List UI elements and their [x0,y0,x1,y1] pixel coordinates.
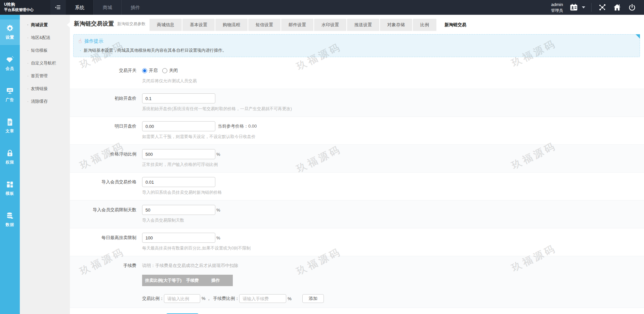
percent-suffix: % [288,296,292,301]
tab-ratio[interactable]: 比例 [413,19,436,31]
document-icon [6,118,14,126]
tip-title: 操作提示 [84,38,103,44]
bullet: · [27,35,29,40]
radio-on[interactable] [142,68,147,73]
sidebar-item-data[interactable]: 数据 [0,207,20,232]
secondary-sidebar: ·商城设置 ·地区&配送 ·短信模板 ·自定义导航栏 ·首页管理 ·友情链接 ·… [20,15,70,314]
diamond-icon [6,55,14,64]
radio-off[interactable] [162,68,167,73]
current-user: admin 管理员 [551,2,563,13]
radio-option-on[interactable]: 开启 [142,68,158,74]
submenu-item-region-delivery[interactable]: ·地区&配送 [20,31,70,44]
percent-suffix: % [216,152,220,157]
percent-suffix: % [216,208,220,213]
field-helper: 导入的旧系统会员挂卖交易时新淘链的价格 [142,190,644,195]
daily-max-sell-limit-input[interactable] [142,233,215,243]
page-title: 新淘链交易设置 [74,20,114,28]
field-helper: 正常挂卖时，用户输入价格的可浮动比例 [142,162,644,168]
form-row-trade-switch: 交易开关 开启 关闭 关闭后将仅允许测试人员交易 [70,61,644,89]
home-icon[interactable] [612,2,622,12]
sidebar-item-permissions[interactable]: 权限 [0,144,20,170]
tab-basic-settings[interactable]: 基本设置 [182,19,215,31]
percent-suffix: % [216,235,220,240]
radio-label: 开启 [149,68,158,74]
topbar-right: admin 管理员 [551,0,644,15]
topnav-item-mall[interactable]: 商城 [93,0,121,15]
svg-text:AD: AD [8,89,12,92]
share-nodes-icon[interactable] [597,2,607,12]
topnav-item-plugin[interactable]: 插件 [121,0,149,15]
form-row-import-member-limit-days: 导入会员交易限制天数 % 导入会员交易限制天数 [70,200,644,228]
field-helper: 导入会员交易限制天数 [142,218,644,223]
field-label: 价格浮动比例 [70,149,142,168]
topnav-item-system[interactable]: 系统 [66,0,93,15]
fee-ratio-label: 交易比例： [142,296,164,302]
submenu-item-clear-cache[interactable]: ·清除缓存 [20,95,70,108]
submenu-item-label: 短信模板 [31,48,48,53]
tab-sms-settings[interactable]: 短信设置 [248,19,281,31]
admin-app: U抢购 平台系统管理中心 系统 商城 插件 admin 管理员 [0,0,644,314]
fee-rate-input[interactable] [239,294,286,303]
tab-xintaolian-trade[interactable]: 新淘链交易 [437,19,474,31]
field-label: 导入会员交易限制天数 [70,205,142,223]
field-label: 导入会员交易价格 [70,177,142,195]
bullet: · [27,86,29,91]
settings-tabs: 商城信息 基本设置 购物流程 短信设置 邮件设置 水印设置 推送设置 对象存储 … [149,19,474,31]
submenu-item-label: 首页管理 [31,74,48,78]
bullet: · [27,48,29,53]
form-row-daily-max-sell-limit: 每日最高挂卖限制 % 每天最高挂卖持有数量的百分比,如果不设置或为0则不限制 [70,228,644,256]
sidebar-item-settings[interactable]: 设置 [0,19,20,45]
user-name: admin [551,2,563,8]
main-content: 新淘链交易设置 新淘链交易参数 商城信息 基本设置 购物流程 短信设置 邮件设置… [70,15,644,314]
import-member-limit-days-input[interactable] [142,205,215,215]
sidebar-item-articles[interactable]: 文章 [0,113,20,139]
lock-icon [6,149,14,158]
tab-mail-settings[interactable]: 邮件设置 [281,19,313,31]
bullet: · [27,23,29,27]
field-helper: 系统初始开盘价(系统没有任何一笔交易时取的价格，一旦产生交易就不可再更改) [142,106,644,112]
form-row-import-member-price: 导入会员交易价格 导入的旧系统会员挂卖交易时新淘链的价格 [70,172,644,200]
submenu-item-mall-settings[interactable]: ·商城设置 [20,18,70,31]
percent-comma: % ， [202,296,211,302]
collapse-menu-icon[interactable] [50,0,66,15]
power-icon[interactable] [627,2,637,12]
sidebar-item-label: 文章 [6,128,14,134]
page-subtitle: 新淘链交易参数 [117,21,145,27]
form-row-price-float-ratio: 价格浮动比例 % 正常挂卖时，用户输入价格的可浮动比例 [70,144,644,172]
bullet: · [27,74,29,78]
submenu-item-label: 自定义导航栏 [31,61,56,65]
tab-shopping-flow[interactable]: 购物流程 [215,19,248,31]
id-card-icon[interactable] [569,2,579,12]
form-row-fee: 手续费 说明：手续费是在交易成功之后才从提现币中扣除 挂卖比例(大于等于) 手续… [70,256,644,308]
field-label: 明日开盘价 [70,121,142,140]
submenu-item-homepage[interactable]: ·首页管理 [20,70,70,82]
radio-option-off[interactable]: 关闭 [162,68,178,74]
tomorrow-price-input[interactable] [142,121,215,131]
field-helper: 如需要人工干预，则需要每天设定，不设定默认取今日收盘价 [142,134,644,140]
reference-price-note: 当前参考价格：0.00 [218,123,257,129]
sidebar-item-templates[interactable]: 模板 [0,176,20,201]
submenu-item-custom-nav[interactable]: ·自定义导航栏 [20,57,70,70]
tab-push-settings[interactable]: 推送设置 [347,19,379,31]
tab-object-storage[interactable]: 对象存储 [380,19,412,31]
fee-input-row: 交易比例： % ， 手续费比例： % 添加 [142,294,644,303]
tab-watermark-settings[interactable]: 水印设置 [314,19,346,31]
initial-price-input[interactable] [142,93,215,103]
fee-ratio-input[interactable] [164,294,200,303]
tip-line: ·新淘链基本设置，商城及其他模块相关内容在其各自栏目设置项内进行操作。 [80,48,635,53]
chevron-down-icon[interactable] [582,6,585,8]
logo-line2: 平台系统管理中心 [4,7,50,13]
app-logo: U抢购 平台系统管理中心 [0,0,50,15]
top-navigation: 系统 商城 插件 [66,0,149,15]
import-member-price-input[interactable] [142,177,215,187]
sidebar-item-ads[interactable]: AD 广告 [0,82,20,107]
database-icon [6,212,14,220]
sidebar-item-label: 模板 [6,191,14,196]
logo-line1: U抢购 [4,2,50,7]
add-fee-button[interactable]: 添加 [302,294,324,303]
tab-mall-info[interactable]: 商城信息 [149,19,182,31]
price-float-ratio-input[interactable] [142,149,215,159]
submenu-item-sms-template[interactable]: ·短信模板 [20,44,70,57]
submenu-item-friend-links[interactable]: ·友情链接 [20,82,70,95]
sidebar-item-members[interactable]: 会员 [0,51,20,76]
